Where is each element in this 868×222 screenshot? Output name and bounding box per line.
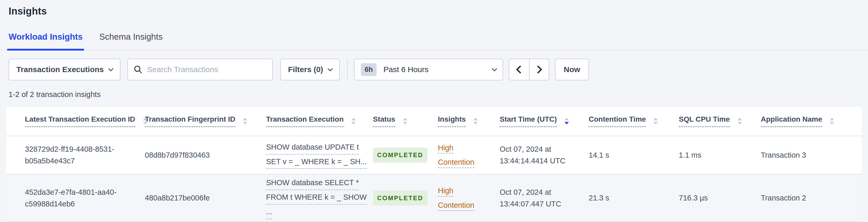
transaction-execution-link[interactable]: SET v = _ WHERE k = _ SH... bbox=[266, 156, 367, 169]
column-header-transaction-fingerprint-id: Transaction Fingerprint ID bbox=[145, 106, 266, 136]
time-range-picker[interactable]: 6h Past 6 Hours bbox=[354, 59, 503, 81]
time-range-badge: 6h bbox=[361, 63, 377, 76]
cell-transaction-execution: SHOW database UPDATE t SET v = _ WHERE k… bbox=[266, 136, 373, 174]
cell-sql-cpu-time: 716.3 µs bbox=[679, 174, 761, 222]
now-button-label: Now bbox=[564, 65, 580, 74]
cell-insights: High Contention bbox=[438, 136, 500, 174]
column-header-label[interactable]: SQL CPU Time bbox=[679, 115, 730, 127]
column-header-start-time: Start Time (UTC) bbox=[500, 106, 589, 136]
column-header-label[interactable]: Transaction Fingerprint ID bbox=[145, 115, 235, 127]
start-time-line: Oct 07, 2024 at bbox=[500, 144, 581, 155]
tab-bar: Workload Insights Schema Insights bbox=[0, 32, 868, 50]
table-header-row: Latest Transaction Execution ID Transact… bbox=[6, 106, 862, 136]
column-header-label[interactable]: Insights bbox=[438, 115, 466, 127]
tab-schema-insights[interactable]: Schema Insights bbox=[99, 32, 162, 50]
table-row: 452da3e7-e7fa-4801-aa40-c59988d14eb6 480… bbox=[6, 174, 862, 222]
cell-latest-execution-id: 452da3e7-e7fa-4801-aa40-c59988d14eb6 bbox=[6, 174, 145, 222]
column-header-transaction-execution: Transaction Execution bbox=[266, 106, 373, 136]
tab-workload-insights[interactable]: Workload Insights bbox=[8, 32, 83, 50]
sort-toggle-icon[interactable] bbox=[738, 118, 742, 125]
insight-type-dropdown-label: Transaction Executions bbox=[17, 65, 104, 74]
cell-application-name: Transaction 2 bbox=[761, 174, 862, 222]
time-range-next-button[interactable] bbox=[529, 59, 549, 80]
column-header-status: Status bbox=[373, 106, 438, 136]
status-badge: COMPLETED bbox=[373, 148, 428, 162]
sort-toggle-icon[interactable] bbox=[830, 118, 834, 125]
filters-button[interactable]: Filters (0) bbox=[280, 59, 340, 81]
cell-insights: High Contention bbox=[438, 174, 500, 222]
now-button[interactable]: Now bbox=[555, 59, 589, 81]
time-range-label: Past 6 Hours bbox=[383, 65, 428, 74]
transaction-execution-link[interactable]: FROM t WHERE k = _ SHOW bbox=[266, 191, 367, 204]
column-header-label[interactable]: Application Name bbox=[761, 115, 822, 127]
sort-toggle-icon[interactable] bbox=[654, 118, 658, 125]
sort-toggle-icon[interactable] bbox=[351, 118, 355, 125]
column-header-label[interactable]: Status bbox=[373, 115, 395, 127]
transaction-execution-link[interactable]: ... bbox=[266, 206, 272, 219]
cell-fingerprint-id: 480a8b217be006fe bbox=[145, 174, 266, 222]
start-time-line: Oct 07, 2024 at bbox=[500, 187, 581, 198]
page-title: Insights bbox=[8, 6, 860, 17]
column-header-insights: Insights bbox=[438, 106, 500, 136]
sort-toggle-icon-active[interactable] bbox=[564, 118, 569, 125]
results-count: 1-2 of 2 transaction insights bbox=[8, 90, 860, 99]
column-header-contention-time: Contention Time bbox=[589, 106, 679, 136]
search-icon bbox=[134, 65, 143, 74]
insight-high-contention-link[interactable]: High Contention bbox=[438, 184, 483, 212]
cell-start-time: Oct 07, 2024 at 13:44:07.447 UTC bbox=[500, 174, 589, 222]
column-header-sql-cpu-time: SQL CPU Time bbox=[679, 106, 761, 136]
column-header-label[interactable]: Contention Time bbox=[589, 115, 646, 127]
chevron-left-icon bbox=[516, 65, 524, 73]
transaction-execution-link[interactable]: SHOW database UPDATE t bbox=[266, 141, 359, 155]
insights-table-card: Latest Transaction Execution ID Transact… bbox=[6, 106, 862, 222]
column-header-label[interactable]: Latest Transaction Execution ID bbox=[25, 115, 135, 127]
chevron-down-icon bbox=[492, 66, 497, 71]
status-badge: COMPLETED bbox=[373, 191, 428, 205]
table-row: 328729d2-ff19-4408-8531-b05a5b4e43c7 08d… bbox=[6, 136, 862, 174]
toolbar: Transaction Executions Filters (0) 6h Pa… bbox=[0, 59, 868, 81]
chevron-down-icon bbox=[328, 66, 333, 71]
cell-latest-execution-id: 328729d2-ff19-4408-8531-b05a5b4e43c7 bbox=[6, 136, 145, 174]
sort-toggle-icon[interactable] bbox=[403, 118, 407, 125]
insight-high-contention-link[interactable]: High Contention bbox=[438, 141, 483, 169]
cell-status: COMPLETED bbox=[373, 174, 438, 222]
filters-button-label: Filters (0) bbox=[288, 65, 323, 74]
search-box bbox=[127, 59, 273, 81]
column-header-label[interactable]: Start Time (UTC) bbox=[500, 115, 557, 127]
page-header: Insights bbox=[0, 0, 868, 17]
column-header-label[interactable]: Transaction Execution bbox=[266, 115, 344, 127]
insight-type-dropdown[interactable]: Transaction Executions bbox=[8, 59, 120, 81]
cell-sql-cpu-time: 1.1 ms bbox=[679, 136, 761, 174]
cell-contention-time: 21.3 s bbox=[589, 174, 679, 222]
cell-contention-time: 14.1 s bbox=[589, 136, 679, 174]
time-range-prev-button[interactable] bbox=[509, 59, 529, 80]
column-header-application-name: Application Name bbox=[761, 106, 862, 136]
cell-status: COMPLETED bbox=[373, 136, 438, 174]
start-time-line: 13:44:07.447 UTC bbox=[500, 198, 581, 210]
cell-application-name: Transaction 3 bbox=[761, 136, 862, 174]
cell-fingerprint-id: 08d8b7d97f830463 bbox=[145, 136, 266, 174]
cell-start-time: Oct 07, 2024 at 13:44:14.4414 UTC bbox=[500, 136, 589, 174]
insights-page: Insights Workload Insights Schema Insigh… bbox=[0, 0, 868, 222]
search-input[interactable] bbox=[147, 65, 267, 74]
transaction-insights-table: Latest Transaction Execution ID Transact… bbox=[6, 106, 862, 222]
transaction-execution-link[interactable]: SHOW database SELECT * bbox=[266, 177, 359, 190]
sort-toggle-icon[interactable] bbox=[473, 118, 477, 125]
chevron-right-icon bbox=[534, 65, 542, 73]
column-header-latest-transaction-execution-id: Latest Transaction Execution ID bbox=[6, 106, 145, 136]
cell-transaction-execution: SHOW database SELECT * FROM t WHERE k = … bbox=[266, 174, 373, 222]
sort-toggle-icon[interactable] bbox=[243, 118, 247, 125]
start-time-line: 13:44:14.4414 UTC bbox=[500, 155, 581, 167]
toolbar-divider bbox=[347, 59, 347, 81]
time-range-pager bbox=[509, 59, 549, 81]
chevron-down-icon bbox=[108, 66, 114, 71]
